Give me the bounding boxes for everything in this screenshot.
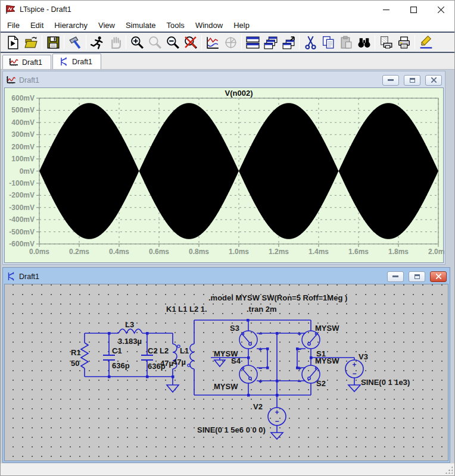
- svg-text:200mV: 200mV: [11, 143, 35, 151]
- resize-grip[interactable]: [445, 466, 453, 474]
- tile-windows-button[interactable]: [244, 34, 261, 51]
- new-schematic-icon: [6, 35, 21, 50]
- toolbar-separator: [415, 35, 415, 49]
- s2-minus-mark: −: [298, 378, 301, 385]
- schematic-canvas[interactable]: .model MYSW SW(Ron=5 Roff=1Meg ) K1 L1 L…: [4, 284, 448, 461]
- zoom-full-extents-button[interactable]: [182, 34, 200, 51]
- print-preview-button[interactable]: [377, 34, 395, 51]
- menu-bar: File Edit Hierarchy View Simulate Tools …: [1, 18, 454, 32]
- zoom-out-button[interactable]: [164, 34, 182, 51]
- svg-text:300mV: 300mV: [11, 130, 35, 139]
- waveform-close-button[interactable]: [425, 75, 442, 86]
- minimize-button[interactable]: [372, 1, 400, 18]
- toolbar-separator: [86, 35, 86, 49]
- halt-hand-icon: [108, 35, 123, 50]
- schematic-window-titlebar[interactable]: Draft1: [4, 269, 448, 284]
- menu-file[interactable]: File: [2, 20, 25, 31]
- waveform-window-titlebar[interactable]: Draft1: [4, 73, 444, 87]
- paste-button[interactable]: [337, 34, 355, 51]
- tile-windows-icon: [245, 35, 260, 50]
- s2-plus-mark: +: [298, 365, 301, 372]
- menu-help[interactable]: Help: [228, 20, 255, 31]
- label-r1: R1: [71, 348, 81, 357]
- schematic-restore-button[interactable]: [409, 271, 425, 282]
- waveform-plot-area[interactable]: 600mV500mV400mV300mV200mV100mV0mV-100mV-…: [4, 87, 444, 263]
- label-v3: V3: [359, 352, 368, 361]
- schematic-minimize-button[interactable]: [387, 271, 404, 282]
- ltspice-logo-icon: [5, 5, 16, 14]
- svg-text:V(n002): V(n002): [225, 89, 253, 98]
- restore-icon: [410, 78, 415, 83]
- minimize-icon: [392, 275, 398, 277]
- svg-text:-300mV: -300mV: [9, 203, 35, 212]
- switch-s3: [239, 331, 257, 349]
- schematic-window-icon: [6, 272, 16, 281]
- copy-button[interactable]: [319, 34, 337, 51]
- svg-text:1.2ms: 1.2ms: [269, 248, 289, 256]
- menu-edit[interactable]: Edit: [25, 20, 49, 31]
- ground-symbol: [348, 385, 360, 392]
- print-icon: [397, 35, 412, 50]
- halt-button[interactable]: [106, 34, 124, 51]
- label-s2-model: MYSW: [315, 356, 339, 365]
- menu-view[interactable]: View: [93, 20, 120, 31]
- label-s2: S2: [316, 379, 326, 388]
- label-c1: C1: [112, 346, 122, 355]
- label-r1-value: 50: [71, 359, 79, 368]
- plot-settings-button[interactable]: [222, 34, 239, 51]
- capacitor-c2: [141, 355, 153, 360]
- open-new-window-button[interactable]: [279, 34, 297, 51]
- cascade-windows-button[interactable]: [261, 34, 279, 51]
- svg-text:0.4ms: 0.4ms: [109, 248, 129, 256]
- toolbar: [1, 32, 454, 53]
- menu-hierarchy[interactable]: Hierarchy: [49, 20, 93, 31]
- save-button[interactable]: [44, 34, 62, 51]
- copy-icon: [321, 35, 336, 50]
- main-titlebar[interactable]: LTspice - Draft1: [1, 1, 454, 18]
- status-bar: [1, 463, 454, 475]
- label-l1: L1: [180, 346, 189, 355]
- schematic-window: Draft1: [2, 267, 450, 463]
- waveform-tab-icon: [9, 58, 18, 67]
- schematic-drawing: .model MYSW SW(Ron=5 Roff=1Meg ) K1 L1 L…: [5, 284, 449, 462]
- zoom-out-icon: [166, 35, 180, 50]
- save-icon: [46, 35, 61, 50]
- schematic-close-button[interactable]: [430, 271, 447, 282]
- cut-button[interactable]: [301, 34, 319, 51]
- menu-simulate[interactable]: Simulate: [120, 20, 161, 31]
- open-icon: [24, 35, 39, 50]
- control-panel-hammer-icon: [68, 35, 83, 50]
- waveform-minimize-button[interactable]: [382, 75, 399, 86]
- mdi-client-area: Draft1 600mV500mV400mV300mV200mV100mV0mV…: [1, 70, 454, 463]
- find-button[interactable]: [355, 34, 373, 51]
- tab-schematic-draft1[interactable]: Draft1: [52, 54, 101, 69]
- svg-text:1.6ms: 1.6ms: [348, 248, 369, 256]
- close-button[interactable]: [427, 1, 454, 18]
- svg-text:0.8ms: 0.8ms: [189, 248, 209, 256]
- switch-s1: [302, 331, 320, 349]
- menu-window[interactable]: Window: [190, 20, 228, 31]
- maximize-button[interactable]: [400, 1, 427, 18]
- autorange-y-button[interactable]: [204, 34, 222, 51]
- svg-text:1.8ms: 1.8ms: [388, 248, 409, 256]
- svg-text:-400mV: -400mV: [9, 215, 35, 224]
- open-button[interactable]: [22, 34, 40, 51]
- svg-text:1.0ms: 1.0ms: [229, 248, 249, 256]
- run-icon: [90, 35, 105, 50]
- ground-symbol: [214, 360, 225, 367]
- inductor-l3: [119, 329, 142, 333]
- tab-waveform-draft1[interactable]: Draft1: [2, 55, 51, 69]
- switch-s4: [239, 365, 257, 383]
- print-preview-icon: [379, 35, 394, 50]
- print-button[interactable]: [395, 34, 413, 51]
- zoom-back-button[interactable]: [146, 34, 164, 51]
- edit-draw-button[interactable]: [417, 34, 435, 51]
- zoom-area-button[interactable]: [128, 34, 146, 51]
- menu-tools[interactable]: Tools: [161, 20, 190, 31]
- ground-symbol: [167, 385, 179, 392]
- new-schematic-button[interactable]: [4, 34, 22, 51]
- svg-text:0.6ms: 0.6ms: [149, 248, 169, 256]
- control-panel-button[interactable]: [66, 34, 84, 51]
- waveform-restore-button[interactable]: [404, 75, 420, 86]
- run-button[interactable]: [88, 34, 106, 51]
